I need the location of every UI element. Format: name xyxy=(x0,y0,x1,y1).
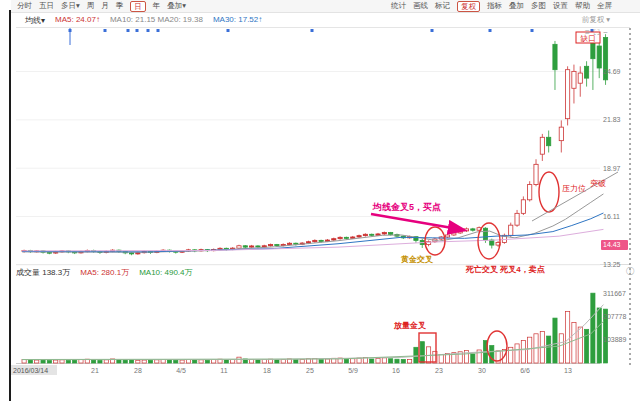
annotation-text: 放量金叉 xyxy=(393,321,426,330)
price-tick-label: 16.11 xyxy=(603,213,620,220)
candle xyxy=(445,235,449,237)
candle xyxy=(268,245,272,246)
annotation-text: 死亡交叉 死叉4，卖点 xyxy=(465,264,546,274)
chart-corner-controls: ≡ ⛶ − xyxy=(585,28,608,38)
candle xyxy=(566,70,570,119)
volume-tick-label: 311667 xyxy=(603,290,626,297)
volume-bar xyxy=(281,359,285,363)
candle xyxy=(547,137,551,145)
date-start-label: 2016/03/14 xyxy=(13,367,48,374)
event-marker xyxy=(489,29,492,32)
candle xyxy=(452,233,456,235)
candle xyxy=(250,246,254,247)
candle xyxy=(559,127,563,141)
candle xyxy=(243,246,247,247)
volume-bar xyxy=(79,360,83,363)
volume-values: 成交量 138.3万MA5: 280.1万MA10: 490.4万 xyxy=(16,267,193,278)
event-marker xyxy=(147,29,150,32)
menu-icon[interactable]: ≡ xyxy=(585,28,590,38)
annotation-text: 压力位 xyxy=(562,184,586,193)
candle xyxy=(540,137,544,154)
volume-bar xyxy=(231,359,235,363)
volume-bar xyxy=(439,354,443,363)
volume-bar xyxy=(117,360,121,363)
volume-bar xyxy=(98,360,102,363)
annotation-text: 突破 xyxy=(590,179,606,188)
volume-bar xyxy=(205,360,209,363)
volume-bar xyxy=(136,360,140,363)
volume-bar xyxy=(300,359,304,363)
volume-bar xyxy=(155,360,159,363)
volume-bar xyxy=(357,358,361,363)
expand-icon[interactable]: ⛶ xyxy=(594,28,600,38)
stock-chart-app: 分时五日多日▾周月季日年叠加▾ 统计画线标记复权指标叠加多图设置帮助全屏 均线▾… xyxy=(0,0,640,401)
volume-bar xyxy=(408,360,412,363)
candle xyxy=(572,71,576,88)
volume-bar xyxy=(382,358,386,363)
candle xyxy=(287,243,291,244)
candle xyxy=(389,233,393,235)
date-tick-label: 21 xyxy=(91,367,99,374)
volume-indicator-bar: 成交量 138.3万MA5: 280.1万MA10: 490.4万 xyxy=(16,266,193,278)
date-tick-label: 6/6 xyxy=(520,367,530,374)
candle xyxy=(458,231,462,233)
date-tick-label: 5/9 xyxy=(348,367,358,374)
candlestick-series xyxy=(22,34,608,255)
candle xyxy=(597,46,601,68)
volume-bar xyxy=(389,359,393,363)
event-marker xyxy=(157,29,160,32)
price-tick-label: 21.83 xyxy=(603,116,621,123)
volume-bar xyxy=(559,334,563,363)
date-tick-label: 25 xyxy=(306,367,314,374)
volume-tick-label: 103889 xyxy=(603,336,626,343)
candle xyxy=(363,234,367,235)
volume-bar xyxy=(591,293,595,363)
volume-bar xyxy=(142,360,146,363)
annotation-text: 均线金叉5，买点 xyxy=(372,202,441,212)
date-tick-label: 18 xyxy=(263,367,271,374)
volume-bar xyxy=(319,359,323,363)
volume-bar xyxy=(370,359,374,363)
candle xyxy=(313,240,317,241)
candle xyxy=(237,246,241,248)
volume-bars xyxy=(22,293,608,363)
date-tick-label: 13 xyxy=(564,367,572,374)
candle xyxy=(262,246,266,247)
volume-bar xyxy=(47,360,51,363)
volume-bar xyxy=(401,359,405,363)
candle xyxy=(578,73,582,83)
volume-bar xyxy=(420,342,424,363)
candle xyxy=(332,239,336,240)
volume-bar xyxy=(73,360,77,363)
candle xyxy=(136,253,140,254)
volume-bar xyxy=(193,360,197,363)
volume-bar xyxy=(66,360,70,363)
candle xyxy=(528,185,532,200)
candle xyxy=(464,229,468,231)
volume-bar xyxy=(250,359,254,363)
candle xyxy=(275,245,279,246)
volume-bar xyxy=(104,360,108,363)
candle xyxy=(376,234,380,235)
volume-tick-label: 207778 xyxy=(603,313,626,320)
volume-bar xyxy=(224,360,228,363)
event-markers[interactable] xyxy=(69,28,594,45)
volume-bar xyxy=(148,360,152,363)
collapse-icon[interactable]: − xyxy=(603,28,608,38)
volume-bar xyxy=(547,336,551,363)
candle xyxy=(344,237,348,238)
volume-bar xyxy=(578,327,582,363)
candle xyxy=(357,236,361,237)
volume-bar xyxy=(572,323,576,363)
info-icon[interactable]: ⓘ xyxy=(626,266,634,277)
volume-bar xyxy=(395,359,399,363)
date-tick-label: 30 xyxy=(478,367,486,374)
volume-bar xyxy=(180,360,184,363)
date-axis: 2016/03/1421284/51118255/91623306/613 xyxy=(11,365,572,375)
event-marker xyxy=(104,29,107,32)
event-marker xyxy=(127,29,130,32)
event-marker xyxy=(136,29,139,32)
price-tick-label: 13.25 xyxy=(603,261,621,268)
volume-bar xyxy=(275,360,279,363)
candle xyxy=(319,240,323,241)
